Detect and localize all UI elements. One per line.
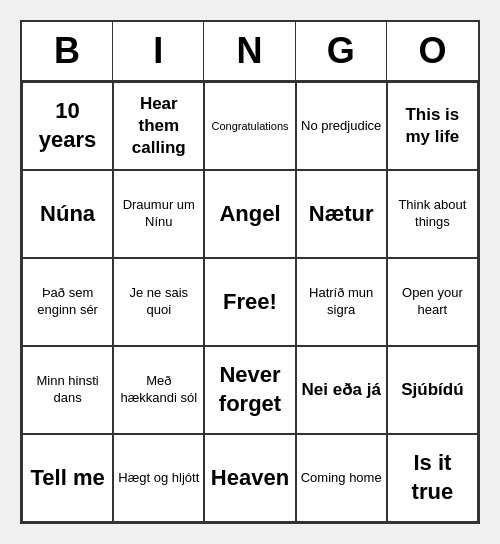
bingo-cell: Open your heart [387,258,478,346]
header-letter: N [204,22,295,80]
bingo-cell: Hatríð mun sigra [296,258,387,346]
bingo-cell: Coming home [296,434,387,522]
bingo-cell: Congratulations [204,82,295,170]
bingo-grid: 10 yearsHear them callingCongratulations… [22,82,478,522]
bingo-cell: No predjudice [296,82,387,170]
bingo-cell: Is it true [387,434,478,522]
bingo-cell: Free! [204,258,295,346]
header-letter: O [387,22,478,80]
bingo-cell: Nætur [296,170,387,258]
bingo-cell: Draumur um Nínu [113,170,204,258]
bingo-cell: Minn hinsti dans [22,346,113,434]
bingo-cell: Never forget [204,346,295,434]
bingo-cell: Hear them calling [113,82,204,170]
bingo-cell: Heaven [204,434,295,522]
bingo-cell: Sjúbídú [387,346,478,434]
bingo-cell: 10 years [22,82,113,170]
bingo-cell: Það sem enginn sér [22,258,113,346]
bingo-card: BINGO 10 yearsHear them callingCongratul… [20,20,480,524]
bingo-cell: Angel [204,170,295,258]
bingo-cell: This is my life [387,82,478,170]
bingo-cell: Nei eða já [296,346,387,434]
bingo-cell: Je ne sais quoi [113,258,204,346]
bingo-cell: Think about things [387,170,478,258]
bingo-cell: Hægt og hljótt [113,434,204,522]
bingo-header: BINGO [22,22,478,82]
header-letter: I [113,22,204,80]
bingo-cell: Núna [22,170,113,258]
header-letter: G [296,22,387,80]
header-letter: B [22,22,113,80]
bingo-cell: Tell me [22,434,113,522]
bingo-cell: Með hækkandi sól [113,346,204,434]
